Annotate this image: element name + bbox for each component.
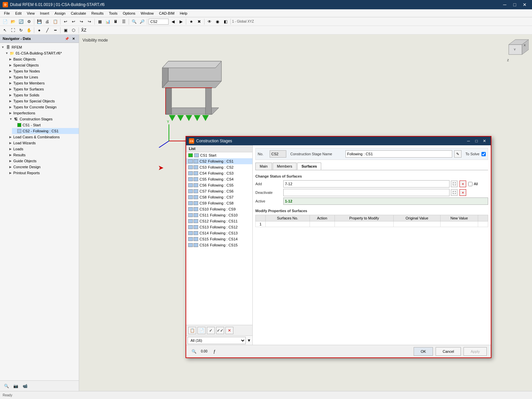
search-btn[interactable]: 🔍 — [130, 18, 138, 25]
cs-list-item-3[interactable]: CS3 Following : CS2 — [186, 164, 252, 170]
cs-list-item-1[interactable]: CS1 Start — [186, 152, 252, 158]
dialog-close[interactable]: ✕ — [481, 138, 488, 144]
eye-btn[interactable]: 👁 — [206, 18, 213, 25]
redo2-btn[interactable]: ↪ — [86, 18, 93, 25]
apply-button[interactable]: Apply — [464, 347, 487, 356]
nav-concrete-design[interactable]: ▶ Concrete Design — [8, 164, 79, 170]
nav-special-objects[interactable]: ▶ Special Objects — [8, 62, 79, 68]
menu-view[interactable]: View — [24, 11, 38, 16]
footer-num-btn[interactable]: 0.00 — [199, 348, 209, 355]
cs-list-item-7[interactable]: CS7 Following : CS6 — [186, 188, 252, 194]
cs-list-item-5[interactable]: CS5 Following : CS4 — [186, 176, 252, 182]
name-input[interactable] — [345, 150, 452, 158]
nav-search-btn[interactable]: 🔍 — [3, 382, 10, 390]
footer-formula-btn[interactable]: ƒ — [211, 348, 218, 355]
cs-list-item-14[interactable]: CS14 Following : CS13 — [186, 230, 252, 236]
print-btn[interactable]: 🖨 — [44, 18, 51, 25]
cs-list-item-8[interactable]: CS8 Following : CS7 — [186, 194, 252, 200]
to-solve-checkbox[interactable] — [481, 152, 486, 156]
tab-members[interactable]: Members — [273, 163, 297, 170]
nav-cs1[interactable]: CS1 - Start — [12, 122, 79, 128]
close-button[interactable]: ✕ — [520, 1, 529, 8]
zoom-fit[interactable]: ⛶ — [9, 27, 17, 34]
cs-list-item-10[interactable]: CS10 Following : CS9 — [186, 206, 252, 212]
copy-btn[interactable]: 📋 — [52, 18, 59, 25]
nav-types-special[interactable]: ▶ Types for Special Objects — [8, 98, 79, 104]
nav-pin-btn[interactable]: 📌 — [64, 36, 69, 41]
nav-results[interactable]: ▶ Results — [8, 152, 79, 158]
menu-insert[interactable]: Insert — [37, 11, 52, 16]
nav-rfem-root[interactable]: ▼ 🗄 RFEM — [0, 44, 79, 50]
ok-button[interactable]: OK — [414, 347, 433, 356]
grid-btn[interactable]: ▦ — [96, 18, 103, 25]
table-btn[interactable]: 📊 — [104, 18, 111, 25]
deactivate-input[interactable] — [283, 189, 450, 196]
deactivate-clear-btn[interactable]: ✕ — [460, 189, 466, 196]
line-btn[interactable]: ╱ — [44, 27, 51, 34]
nav-basic-objects[interactable]: ▶ Basic Objects — [8, 56, 79, 62]
select-btn[interactable]: ↖ — [1, 27, 9, 34]
cs-prev[interactable]: ◀ — [169, 18, 177, 25]
nav-cam-btn[interactable]: 📷 — [12, 382, 19, 390]
refresh-btn[interactable]: 🔄 — [17, 18, 25, 25]
save-btn[interactable]: 💾 — [36, 18, 43, 25]
nav-video-btn[interactable]: 📹 — [21, 382, 29, 390]
nav-loads[interactable]: ▶ Loads — [8, 146, 79, 152]
nav-guide-objects[interactable]: ▶ Guide Objects — [8, 158, 79, 164]
nav-types-concrete[interactable]: ▶ Types for Concrete Design — [8, 104, 79, 110]
nav-printout[interactable]: ▶ Printout Reports — [8, 170, 79, 176]
node-btn[interactable]: ● — [36, 27, 43, 34]
list-delete-btn[interactable]: ✕ — [225, 327, 233, 334]
settings-btn[interactable]: ⚙ — [25, 18, 33, 25]
tab-main[interactable]: Main — [255, 163, 272, 170]
render-btn[interactable]: ▣ — [62, 27, 69, 34]
list-copy-btn[interactable]: 📄 — [198, 327, 205, 334]
rotate-btn[interactable]: ↻ — [17, 27, 25, 34]
nav-imperfections[interactable]: ▶ Imperfections — [8, 110, 79, 116]
menu-help[interactable]: Help — [177, 11, 190, 16]
deactivate-select-btn[interactable]: ⛶ — [451, 189, 458, 196]
menu-file[interactable]: File — [1, 11, 13, 16]
menu-results[interactable]: Results — [89, 11, 106, 16]
cancel-button[interactable]: Cancel — [436, 347, 461, 356]
eye2-btn[interactable]: ◉ — [214, 18, 221, 25]
menu-options[interactable]: Options — [120, 11, 138, 16]
add-clear-btn[interactable]: ✕ — [460, 181, 466, 187]
nav-cs2[interactable]: CS2 - Following : CS1 — [12, 128, 79, 134]
nav-types-members[interactable]: ▶ Types for Members — [8, 80, 79, 86]
nav-types-surfaces[interactable]: ▶ Types for Surfaces — [8, 86, 79, 92]
layers-btn[interactable]: ◧ — [222, 18, 229, 25]
calc-btn[interactable]: 🖩 — [112, 18, 119, 25]
xz-btn[interactable]: X̄Z — [80, 27, 87, 34]
cs-list-item-11[interactable]: CS11 Following : CS10 — [186, 212, 252, 218]
maximize-button[interactable]: □ — [510, 1, 519, 8]
wire-btn[interactable]: ⬡ — [70, 27, 77, 34]
add-select-btn[interactable]: ⛶ — [451, 181, 458, 187]
pan-btn[interactable]: ✋ — [25, 27, 33, 34]
menu-window[interactable]: Window — [138, 11, 156, 16]
all-checkbox[interactable] — [468, 182, 472, 186]
cs-next[interactable]: ▶ — [177, 18, 185, 25]
nav-load-wizards[interactable]: ▶ Load Wizards — [8, 140, 79, 146]
list-check2-btn[interactable]: ✓✓ — [216, 327, 224, 334]
dialog-minimize[interactable]: ─ — [465, 138, 472, 144]
marker-btn[interactable]: ✖ — [196, 18, 203, 25]
nav-construction-stages[interactable]: ▼ 🏗 Construction Stages — [8, 116, 79, 122]
undo2-btn[interactable]: ↩ — [70, 18, 77, 25]
cs-list-item-4[interactable]: CS4 Following : CS3 — [186, 170, 252, 176]
nav-project[interactable]: ▼ 📁 01-CSA-Building-START.rf6* — [4, 50, 79, 56]
add-input[interactable] — [283, 180, 450, 188]
list-add-btn[interactable]: 📋 — [188, 327, 196, 334]
cs-list-item-6[interactable]: CS6 Following : CS5 — [186, 182, 252, 188]
cs-list-item-2[interactable]: CS2 Following : CS1 — [186, 158, 252, 164]
menu-assign[interactable]: Assign — [52, 11, 68, 16]
cs-list-item-12[interactable]: CS12 Following : CS11 — [186, 218, 252, 224]
menu-cad-bim[interactable]: CAD-BIM — [156, 11, 177, 16]
menu-tools[interactable]: Tools — [106, 11, 120, 16]
undo-btn[interactable]: ↩ — [62, 18, 69, 25]
dialog-maximize[interactable]: □ — [473, 138, 480, 144]
zoom-btn[interactable]: 🔎 — [138, 18, 146, 25]
list-filter-dropdown[interactable]: All (16) — [188, 337, 246, 344]
list-check-btn[interactable]: ✓ — [207, 327, 215, 334]
name-edit-btn[interactable]: ✎ — [454, 150, 462, 158]
